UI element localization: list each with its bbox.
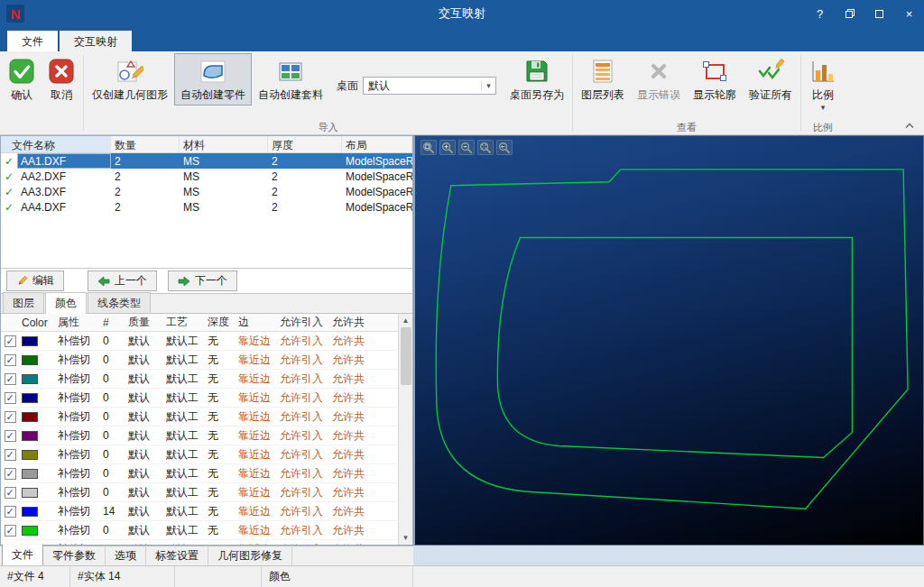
bottom-tab-options[interactable]: 选项: [106, 546, 146, 567]
zoom-out-button[interactable]: [458, 140, 475, 155]
color-row[interactable]: ✓补偿切0默认默认工无靠近边允许引入允许共: [1, 408, 398, 426]
file-material: MS: [180, 153, 268, 169]
previous-button[interactable]: 上一个: [88, 271, 157, 291]
color-row-checkbox[interactable]: ✓: [5, 392, 16, 404]
file-ok-icon: ✓: [1, 153, 17, 169]
bottom-tab-file[interactable]: 文件: [2, 544, 43, 567]
left-panel: 文件名称 数量 材料 厚度 布局 ✓AA1.DXF2MS2ModelSpaceR…: [0, 135, 413, 546]
col-header-leadin[interactable]: 允许引入: [277, 315, 329, 330]
color-row[interactable]: ✓补偿切14默认默认工无靠近边允许引入允许共: [1, 502, 398, 521]
color-row-checkbox[interactable]: ✓: [5, 335, 16, 347]
zoom-previous-button[interactable]: [496, 140, 513, 155]
color-row-checkbox[interactable]: ✓: [5, 354, 16, 366]
scrollbar-thumb[interactable]: [401, 327, 411, 385]
col-header-depth[interactable]: 深度: [205, 315, 236, 330]
color-attribute: 补偿切: [55, 353, 100, 368]
file-row[interactable]: ✓AA3.DXF2MS2ModelSpaceRec: [1, 184, 412, 199]
color-number: 0: [100, 429, 125, 442]
verify-checks-icon: [757, 58, 784, 85]
maximize-button[interactable]: [864, 0, 894, 27]
close-button[interactable]: ×: [894, 0, 924, 27]
part-outline-drawing: [415, 136, 923, 545]
col-header-filename[interactable]: 文件名称: [1, 136, 111, 152]
color-row[interactable]: ✓补偿切0默认默认工无靠近边允许引入允许共: [1, 332, 398, 351]
subtab-color[interactable]: 颜色: [45, 292, 87, 314]
cad-viewport[interactable]: [413, 135, 924, 546]
subtab-linetype[interactable]: 线条类型: [88, 292, 151, 313]
help-button[interactable]: ?: [805, 0, 835, 27]
col-header-thickness[interactable]: 厚度: [268, 136, 342, 152]
col-header-layout[interactable]: 布局: [342, 136, 412, 152]
edit-label: 编辑: [32, 273, 54, 289]
color-quality: 默认: [125, 390, 163, 406]
color-row-checkbox[interactable]: ✓: [5, 373, 16, 385]
file-ok-icon: ✓: [1, 169, 17, 184]
bottom-tab-geometry-repair[interactable]: 几何图形修复: [208, 546, 292, 567]
restore-button[interactable]: [835, 0, 864, 27]
tab-file[interactable]: 文件: [7, 31, 58, 51]
color-row-checkbox[interactable]: ✓: [5, 449, 16, 461]
zoom-extents-button[interactable]: [477, 140, 494, 155]
color-row-checkbox[interactable]: ✓: [5, 430, 16, 442]
file-row[interactable]: ✓AA4.DXF2MS2ModelSpaceRec: [1, 199, 412, 215]
color-quality: 默认: [125, 409, 163, 425]
col-header-edge[interactable]: 边: [236, 315, 277, 330]
create-geometry-only-button[interactable]: 仅创建几何图形: [86, 53, 174, 105]
color-row-checkbox[interactable]: ✓: [5, 525, 16, 537]
color-row[interactable]: ✓补偿切0默认默认工无靠近边允许引入允许共: [1, 426, 398, 445]
show-contours-button[interactable]: 显示轮廓: [687, 53, 743, 105]
zoom-previous-icon: [498, 142, 511, 154]
color-edge: 靠近边: [236, 409, 277, 425]
col-header-process[interactable]: 工艺: [163, 315, 205, 330]
col-header-material[interactable]: 材料: [180, 136, 268, 152]
scale-button[interactable]: 比例 ▾: [803, 53, 843, 114]
color-table-scrollbar[interactable]: ▲ ▼: [398, 314, 412, 545]
zoom-window-button[interactable]: [420, 140, 437, 155]
color-row[interactable]: ✓补偿切0默认默认工无靠近边允许引入允许共: [1, 521, 398, 540]
file-thickness: 2: [268, 199, 342, 215]
ribbon-group-import: 仅创建几何图形 自动创建零件 自动创建套料 桌面: [84, 51, 572, 134]
col-header-quality[interactable]: 质量: [125, 315, 163, 330]
color-row-checkbox[interactable]: ✓: [5, 506, 16, 518]
color-row[interactable]: ✓补偿切0默认默认工无靠近边允许引入允许共: [1, 389, 398, 408]
save-desktop-as-button[interactable]: 桌面另存为: [504, 53, 570, 105]
color-row[interactable]: ✓补偿切0默认默认工无靠近边允许引入允许共: [1, 464, 398, 483]
desktop-combobox[interactable]: 默认 ▾: [363, 77, 496, 95]
auto-create-nest-button[interactable]: 自动创建套料: [252, 53, 329, 105]
ribbon-collapse-button[interactable]: [901, 119, 918, 132]
edit-button[interactable]: 编辑: [6, 271, 64, 291]
color-process: 默认工: [163, 428, 205, 444]
col-header-number[interactable]: #: [100, 316, 125, 329]
confirm-button[interactable]: 确认: [2, 53, 42, 105]
col-header-quantity[interactable]: 数量: [111, 136, 180, 152]
auto-create-part-button[interactable]: 自动创建零件: [174, 53, 252, 105]
layer-list-button[interactable]: 图层列表: [575, 53, 631, 105]
tab-interactive-mapping[interactable]: 交互映射: [60, 31, 132, 51]
scroll-up-icon[interactable]: ▲: [402, 314, 410, 327]
scroll-down-icon[interactable]: ▼: [402, 531, 410, 545]
file-row[interactable]: ✓AA2.DXF2MS2ModelSpaceRec: [1, 169, 412, 184]
bottom-tab-part-parameters[interactable]: 零件参数: [43, 546, 106, 567]
cancel-button[interactable]: 取消: [42, 53, 81, 105]
color-row[interactable]: ✓补偿切0默认默认工无靠近边允许引入允许共: [1, 483, 398, 502]
col-header-attribute[interactable]: 属性: [55, 315, 100, 330]
color-row-checkbox[interactable]: ✓: [5, 487, 16, 499]
color-row[interactable]: ✓补偿切0默认默认工无靠近边允许引入允许共: [1, 351, 398, 370]
zoom-in-button[interactable]: [439, 140, 456, 155]
color-row-checkbox[interactable]: ✓: [5, 468, 16, 480]
next-button[interactable]: 下一个: [168, 271, 237, 291]
subtab-layer[interactable]: 图层: [3, 292, 44, 313]
color-depth: 无: [205, 371, 236, 387]
color-row[interactable]: ✓补偿切0默认默认工无靠近边允许引入允许共: [1, 370, 398, 389]
col-header-common[interactable]: 允许共: [329, 315, 398, 330]
desktop-combobox-value: 默认: [364, 78, 481, 94]
color-row-checkbox[interactable]: ✓: [5, 411, 16, 423]
property-subtabs: 图层 颜色 线条类型: [1, 294, 412, 314]
verify-all-button[interactable]: 验证所有: [743, 53, 799, 105]
bottom-tab-label-settings[interactable]: 标签设置: [146, 546, 208, 567]
col-header-color[interactable]: Color: [19, 316, 55, 329]
color-row[interactable]: ✓补偿切0默认默认工无靠近边允许引入允许共: [1, 540, 398, 545]
file-row[interactable]: ✓AA1.DXF2MS2ModelSpaceRec: [1, 153, 412, 169]
show-errors-button[interactable]: 显示错误: [631, 53, 687, 105]
color-row[interactable]: ✓补偿切0默认默认工无靠近边允许引入允许共: [1, 445, 398, 464]
